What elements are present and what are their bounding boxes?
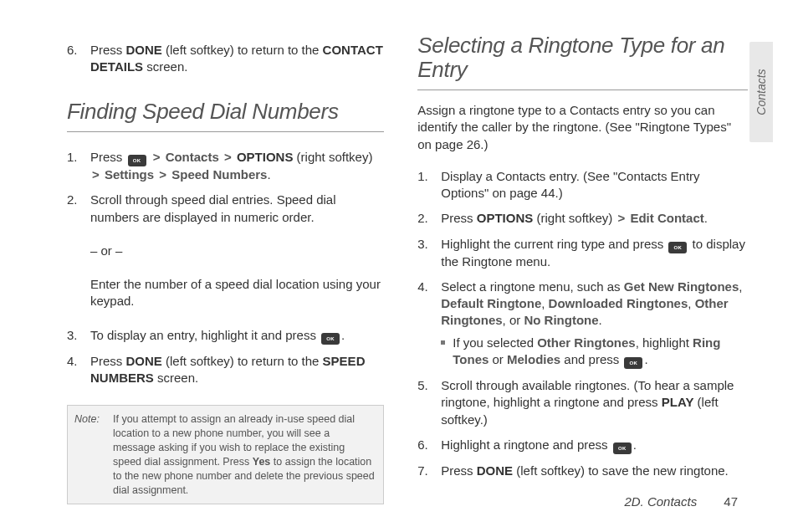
gt-icon: > — [616, 211, 627, 225]
step-number: 5. — [417, 377, 428, 394]
bold: Contacts — [166, 150, 219, 164]
ok-key-icon — [668, 242, 687, 253]
step-3: 3. Highlight the current ring type and p… — [432, 236, 748, 270]
text: , highlight — [636, 335, 693, 350]
speed-dial-steps: 1. Press > Contacts > OPTIONS (right sof… — [67, 141, 384, 234]
step-6: 6. Highlight a ringtone and press . — [432, 437, 748, 454]
text: . — [633, 437, 637, 452]
text: Scroll through speed dial entries. Speed… — [90, 192, 336, 223]
text: and press — [560, 352, 622, 366]
bold: DONE — [126, 354, 162, 368]
ringtone-steps: 1. Display a Contacts entry. (See "Conta… — [417, 160, 748, 488]
text: . — [644, 352, 647, 366]
text: Press — [90, 354, 126, 368]
step-number: 3. — [67, 327, 78, 344]
step-4: 4. Press DONE (left softkey) to return t… — [82, 353, 384, 387]
step-number: 2. — [67, 192, 78, 208]
text: (left softkey) to return to the — [162, 354, 323, 368]
bold: Get New Ringtones — [624, 279, 739, 294]
heading-rule — [67, 131, 384, 132]
bold: Melodies — [507, 352, 560, 366]
sub-bullet: If you selected Other Ringtones, highlig… — [441, 335, 748, 369]
note-box: Note: If you attempt to assign an alread… — [67, 405, 384, 504]
gt-icon: > — [157, 167, 168, 182]
text: (right softkey) — [533, 211, 616, 225]
step-2: 2. Press OPTIONS (right softkey) > Edit … — [432, 210, 748, 227]
bold: DONE — [126, 43, 162, 57]
step-number: 7. — [417, 463, 428, 479]
intro-paragraph: Assign a ringtone type to a Contacts ent… — [417, 102, 748, 153]
ok-key-icon — [128, 155, 146, 166]
bold: Other Ringtones — [537, 335, 636, 350]
ok-key-icon — [321, 333, 340, 345]
note-label: Note: — [74, 412, 100, 427]
text: screen. — [143, 59, 187, 74]
step-number: 6. — [417, 437, 428, 453]
side-tab-label: Contacts — [755, 69, 768, 115]
speed-dial-steps-cont: 3. To display an entry, highlight it and… — [67, 319, 384, 396]
prev-step-6: 6. Press DONE (left softkey) to return t… — [82, 42, 384, 76]
bold: PLAY — [662, 395, 694, 409]
left-column: 6. Press DONE (left softkey) to return t… — [67, 33, 384, 507]
bold: Yes — [253, 456, 271, 468]
prev-steps-list: 6. Press DONE (left softkey) to return t… — [67, 33, 384, 84]
text: . — [267, 167, 270, 182]
text: or — [489, 352, 507, 366]
step-number: 1. — [67, 149, 78, 166]
bold: Edit Contact — [630, 211, 703, 225]
ok-key-icon — [624, 357, 642, 369]
text: screen. — [154, 371, 198, 385]
step-3: 3. To display an entry, highlight it and… — [82, 327, 384, 345]
text: . — [341, 328, 345, 342]
gt-icon: > — [223, 150, 233, 164]
footer-chapter: 2D. Contacts — [624, 494, 697, 509]
text: Select a ringtone menu, such as — [441, 279, 623, 294]
step-number: 4. — [417, 279, 428, 295]
heading-finding-speed-dial: Finding Speed Dial Numbers — [67, 100, 384, 124]
text: , — [739, 279, 742, 294]
gt-icon: > — [151, 150, 162, 164]
footer-page-number: 47 — [724, 494, 738, 509]
bold: No Ringtone — [524, 313, 598, 327]
gt-icon: > — [90, 167, 101, 182]
step-number: 4. — [67, 353, 78, 370]
heading-ringtone-type: Selecting a Ringtone Type for an Entry — [417, 33, 748, 81]
text: Highlight the current ring type and pres… — [441, 237, 667, 251]
step-2: 2. Scroll through speed dial entries. Sp… — [82, 192, 384, 226]
text: Press — [90, 150, 126, 164]
text: , — [688, 296, 694, 310]
text: (left softkey) to save the new ringtone. — [513, 463, 729, 478]
step-4: 4. Select a ringtone menu, such as Get N… — [432, 279, 748, 369]
step-number: 3. — [417, 236, 428, 253]
text: To display an entry, highlight it and pr… — [90, 328, 320, 342]
step-5: 5. Scroll through available ringtones. (… — [432, 377, 748, 428]
page-footer: 2D. Contacts 47 — [624, 494, 738, 509]
or-divider: – or – — [90, 243, 384, 259]
step-number: 6. — [67, 42, 78, 59]
step-number: 1. — [417, 168, 428, 185]
text: (right softkey) — [293, 150, 372, 164]
step-1: 1. Display a Contacts entry. (See "Conta… — [432, 168, 748, 202]
text: . — [599, 313, 602, 327]
bold: Default Ringtone — [441, 296, 541, 310]
text: . — [704, 211, 708, 225]
page: 6. Press DONE (left softkey) to return t… — [0, 0, 798, 532]
or-text: Enter the number of a speed dial locatio… — [90, 276, 384, 310]
bold: Settings — [105, 167, 154, 182]
bold: DONE — [477, 463, 513, 478]
text: Press — [90, 43, 126, 57]
text: , — [541, 296, 548, 310]
heading-rule — [417, 90, 748, 90]
ok-key-icon — [613, 442, 632, 454]
bold: OPTIONS — [477, 211, 534, 225]
text: (left softkey) to return to the — [162, 43, 323, 57]
bold: OPTIONS — [237, 150, 294, 164]
text: Press — [441, 463, 477, 478]
step-7: 7. Press DONE (left softkey) to save the… — [432, 463, 748, 479]
bold: Downloaded Ringtones — [549, 296, 688, 310]
step-number: 2. — [417, 210, 428, 227]
text: Highlight a ringtone and press — [441, 437, 611, 452]
right-column: Selecting a Ringtone Type for an Entry A… — [417, 33, 748, 507]
text: Press — [441, 211, 477, 225]
side-tab-contacts: Contacts — [749, 42, 773, 142]
